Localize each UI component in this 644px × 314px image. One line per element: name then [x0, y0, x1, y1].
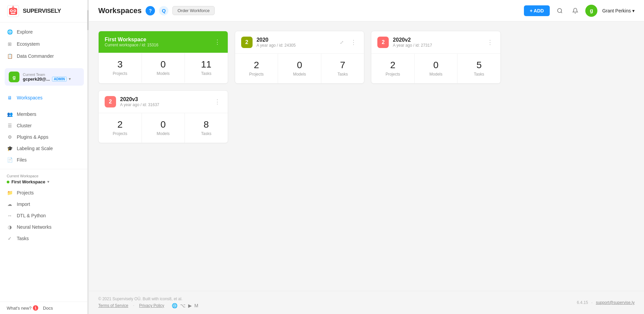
stat-models-first[interactable]: 0 Models [142, 53, 185, 83]
workspace-title-area-2020: 2020 A year ago / id: 24305 [257, 37, 335, 48]
stat-tasks-first[interactable]: 11 Tasks [185, 53, 228, 83]
search-icon [557, 8, 563, 14]
workspace-menu-button-2020[interactable]: ⋮ [349, 37, 358, 47]
sidebar-item-import[interactable]: ☁ Import [0, 198, 89, 210]
page-title: Workspaces [98, 6, 142, 15]
medium-icon[interactable]: M [195, 303, 199, 308]
sidebar-bottom: What's new? 1 Docs [0, 302, 89, 314]
sidebar-item-tasks[interactable]: ✓ Tasks [0, 233, 89, 244]
globe-icon[interactable]: 🌐 [172, 303, 177, 308]
plugins-icon: ⚙ [7, 134, 13, 140]
sidebar-item-dtl-python[interactable]: ↔ DTL & Python [0, 210, 89, 221]
team-info: Current Team gcperk20@... ADMIN ▾ [23, 73, 80, 82]
workspace-card-2020v3: 2 2020v3 A year ago / id: 31637 ⋮ 2 Proj… [98, 90, 228, 143]
workspaces-icon: 🖥 [7, 95, 13, 101]
user-avatar[interactable]: g [585, 5, 597, 17]
supervisely-logo-icon [7, 5, 19, 17]
stat-models-2020v2[interactable]: 0 Models [415, 54, 458, 83]
docs-link[interactable]: Docs [43, 306, 53, 311]
stat-models-2020v3[interactable]: 0 Models [142, 113, 185, 143]
whats-new-button[interactable]: What's new? 1 [7, 305, 38, 311]
sidebar-item-cluster[interactable]: ☰ Cluster [0, 120, 89, 131]
workspace-menu-button-2020v2[interactable]: ⋮ [486, 37, 494, 47]
stat-tasks-2020v3[interactable]: 8 Tasks [185, 113, 228, 143]
files-icon: 📄 [7, 157, 13, 163]
stat-tasks-2020v2[interactable]: 5 Tasks [458, 54, 500, 83]
sidebar-item-label-explore: Explore [17, 29, 33, 35]
github-icon[interactable]: ⌥ [180, 303, 185, 308]
header-search-circle-button[interactable]: Q [159, 6, 168, 15]
header: Workspaces ? Q Order Workforce + ADD g G… [89, 0, 644, 21]
main-footer: © 2021 Supervisely OÜ. Built with icons8… [89, 291, 644, 314]
sidebar-scrollbar[interactable] [87, 0, 89, 314]
stat-projects-2020v2[interactable]: 2 Projects [371, 54, 415, 83]
sidebar-item-files[interactable]: 📄 Files [0, 154, 89, 166]
logo-area: SUPERVISELY [0, 0, 89, 23]
order-workforce-button[interactable]: Order Workforce [172, 6, 215, 15]
workspace-badge-2020: 2 [241, 37, 253, 48]
stat-number-models-2020: 0 [281, 60, 318, 70]
team-name: gcperk20@... [23, 77, 50, 82]
footer-left: © 2021 Supervisely OÜ. Built with icons8… [98, 297, 198, 309]
workspace-selector[interactable]: First Workspace ▾ [7, 179, 82, 184]
tasks-icon: ✓ [7, 235, 13, 241]
workspace-card-header-2020: 2 2020 A year ago / id: 24305 ⤢ ⋮ [235, 31, 364, 53]
support-email-link[interactable]: support@supervise.ly [596, 300, 635, 305]
workspace-badge-2020v2: 2 [377, 37, 389, 48]
workspace-menu-button-first[interactable]: ⋮ [213, 37, 222, 47]
sidebar-item-label-dtl: DTL & Python [17, 213, 46, 218]
svg-rect-10 [11, 13, 15, 14]
sidebar-item-projects[interactable]: 📁 Projects [0, 187, 89, 198]
workspace-meta-2020: A year ago / id: 24305 [257, 43, 335, 48]
stat-number-tasks-2020v3: 8 [188, 120, 224, 129]
workspace-name-2020: 2020 [257, 37, 335, 43]
workspace-card-header-2020v3: 2 2020v3 A year ago / id: 31637 ⋮ [99, 91, 228, 113]
workspace-name-2020v2: 2020v2 [393, 37, 482, 43]
notifications-button[interactable] [570, 5, 581, 16]
sidebar-item-ecosystem[interactable]: ⊞ Ecosystem [0, 38, 89, 50]
user-chevron-icon: ▾ [632, 8, 635, 13]
whats-new-label: What's new? [7, 306, 32, 311]
team-section[interactable]: g Current Team gcperk20@... ADMIN ▾ [5, 68, 84, 86]
stat-number-tasks-2020: 7 [325, 60, 361, 70]
workspace-menu-button-2020v3[interactable]: ⋮ [213, 97, 222, 107]
stat-models-2020[interactable]: 0 Models [278, 54, 321, 83]
help-button[interactable]: ? [146, 6, 155, 15]
sidebar-item-label-data-commander: Data Commander [17, 53, 54, 59]
sidebar-item-neural-networks[interactable]: ◑ Neural Networks [0, 221, 89, 233]
sidebar-item-plugins-apps[interactable]: ⚙ Plugins & Apps [0, 131, 89, 143]
team-label: Current Team [23, 73, 80, 77]
members-icon: 👥 [7, 111, 13, 117]
stat-label-models-2020: Models [281, 72, 318, 77]
stat-number-projects-2020: 2 [238, 60, 275, 70]
workspace-stats-first: 3 Projects 0 Models 11 Tasks [99, 53, 228, 83]
admin-badge: ADMIN [52, 77, 67, 82]
workspace-meta-2020v3: A year ago / id: 31637 [120, 102, 209, 107]
privacy-policy-link[interactable]: Privacy Policy [139, 303, 164, 308]
workspace-title-area-2020v2: 2020v2 A year ago / id: 27317 [393, 37, 482, 48]
sidebar-item-label-import: Import [17, 201, 30, 207]
add-button[interactable]: + ADD [524, 5, 550, 16]
stat-projects-first[interactable]: 3 Projects [99, 53, 142, 83]
footer-right: 6.4.15 · support@supervise.ly [577, 300, 635, 305]
whats-new-badge: 1 [33, 305, 38, 311]
stat-projects-2020[interactable]: 2 Projects [235, 54, 278, 83]
workspace-share-button-2020[interactable]: ⤢ [338, 38, 345, 46]
stat-number-tasks-2020v2: 5 [461, 60, 497, 70]
sidebar-item-explore[interactable]: 🌐 Explore [0, 26, 89, 38]
sidebar-item-workspaces[interactable]: 🖥 Workspaces [0, 92, 89, 104]
stat-number-models-first: 0 [145, 60, 181, 69]
team-chevron-icon: ▾ [69, 77, 71, 81]
main-area: Workspaces ? Q Order Workforce + ADD g G… [89, 0, 644, 314]
sidebar-item-data-commander[interactable]: 📋 Data Commander [0, 50, 89, 62]
team-sub-nav: 👥 Members ☰ Cluster ⚙ Plugins & Apps 🎓 L… [0, 107, 89, 167]
user-name[interactable]: Grant Perkins ▾ [602, 8, 635, 13]
search-button[interactable] [554, 5, 565, 16]
stat-tasks-2020[interactable]: 7 Tasks [321, 54, 364, 83]
explore-icon: 🌐 [7, 29, 13, 35]
sidebar-item-labeling-at-scale[interactable]: 🎓 Labeling at Scale [0, 143, 89, 154]
terms-of-service-link[interactable]: Terms of Service [98, 303, 128, 308]
stat-projects-2020v3[interactable]: 2 Projects [99, 113, 142, 143]
sidebar-item-members[interactable]: 👥 Members [0, 108, 89, 120]
youtube-icon[interactable]: ▶ [188, 303, 192, 308]
